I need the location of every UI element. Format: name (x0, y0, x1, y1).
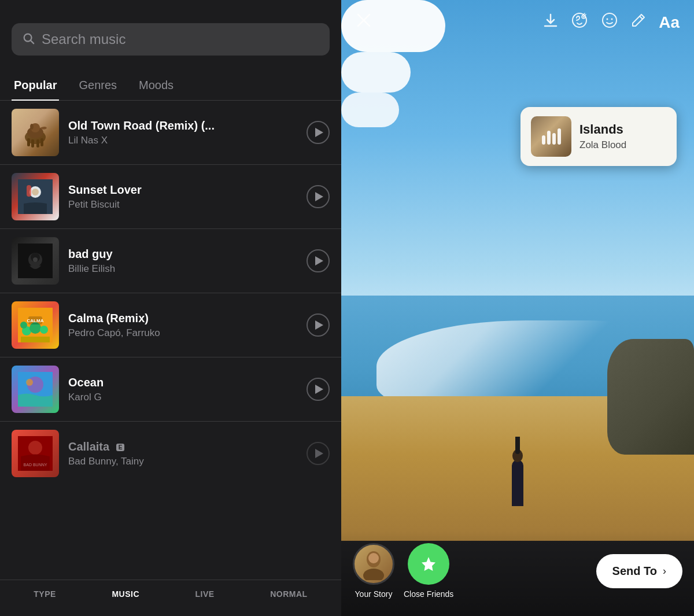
list-item[interactable]: bad guy Billie Eilish (0, 229, 341, 293)
svg-line-39 (585, 14, 586, 16)
album-art-old-town (12, 109, 59, 156)
bar-1 (542, 135, 545, 145)
track-info: Calma (Remix) Pedro Capó, Farruko (68, 312, 297, 339)
sticker-artist: Zola Blood (579, 139, 666, 151)
track-artist: Pedro Capó, Farruko (68, 327, 297, 339)
album-art-calma: CALMA (12, 301, 59, 349)
your-story-label: Your Story (355, 589, 393, 599)
svg-rect-7 (31, 139, 34, 147)
play-icon (315, 320, 323, 330)
close-friends-label: Close Friends (404, 589, 453, 599)
svg-point-17 (33, 257, 38, 262)
track-title: Old Town Road (Remix) (... (68, 119, 297, 132)
track-artist: Billie Eilish (68, 263, 297, 275)
track-info: Old Town Road (Remix) (... Lil Nas X (68, 119, 297, 146)
bottom-toolbar: TYPE MUSIC LIVE NORMAL (0, 580, 341, 616)
play-button[interactable] (307, 442, 330, 465)
svg-point-21 (40, 326, 48, 334)
svg-rect-12 (27, 185, 31, 197)
svg-text:BAD BUNNY: BAD BUNNY (24, 463, 47, 467)
explicit-badge: E (116, 444, 125, 451)
list-item[interactable]: BAD BUNNY Callaita E Bad Bunny, Tainy (0, 422, 341, 485)
svg-point-46 (363, 569, 384, 580)
svg-line-40 (584, 13, 585, 14)
toolbar-type[interactable]: TYPE (34, 589, 56, 599)
svg-point-43 (611, 19, 613, 20)
send-to-arrow-icon: › (663, 565, 666, 577)
track-info: Callaita E Bad Bunny, Tainy (68, 440, 297, 467)
sticker-icon[interactable] (571, 12, 588, 33)
play-icon (315, 449, 323, 458)
your-story-button[interactable]: Your Story (353, 543, 394, 599)
send-to-label: Send To (612, 565, 657, 578)
toolbar-music[interactable]: MUSIC (112, 589, 139, 599)
track-title: Calma (Remix) (68, 312, 297, 325)
send-to-button[interactable]: Send To › (596, 554, 682, 588)
track-artist: Lil Nas X (68, 135, 297, 146)
album-art-callaita: BAD BUNNY (12, 430, 59, 477)
tabs-container: Popular Genres Moods (0, 67, 341, 101)
sticker-song-title: Islands (579, 122, 666, 137)
play-button[interactable] (307, 121, 330, 144)
track-info: bad guy Billie Eilish (68, 248, 297, 275)
svg-point-27 (26, 379, 33, 386)
music-sticker[interactable]: Islands Zola Blood (520, 107, 677, 166)
bar-4 (558, 128, 561, 145)
person-hair (515, 437, 520, 454)
svg-point-41 (603, 13, 617, 27)
close-friends-button[interactable]: Close Friends (404, 543, 453, 599)
download-icon[interactable] (543, 13, 558, 32)
list-item[interactable]: Old Town Road (Remix) (... Lil Nas X (0, 101, 341, 164)
album-art-ocean (12, 366, 59, 413)
svg-point-22 (20, 322, 27, 329)
toolbar-normal[interactable]: NORMAL (270, 589, 307, 599)
list-item[interactable]: Ocean Karol G (0, 357, 341, 421)
svg-rect-9 (40, 138, 43, 146)
tab-genres[interactable]: Genres (76, 73, 119, 100)
svg-point-5 (30, 124, 34, 130)
music-bars-icon (542, 128, 561, 145)
list-item[interactable]: CALMA Calma (Remix) Pedro Capó, Farruko (0, 293, 341, 357)
music-panel: Popular Genres Moods (0, 0, 341, 616)
toolbar-live[interactable]: LIVE (195, 589, 215, 599)
track-artist: Karol G (68, 392, 297, 403)
search-icon (22, 32, 35, 47)
close-icon[interactable] (356, 12, 372, 32)
face-sticker-icon[interactable] (601, 12, 618, 33)
pencil-icon[interactable] (631, 13, 646, 32)
tab-popular[interactable]: Popular (12, 73, 59, 100)
music-list: Old Town Road (Remix) (... Lil Nas X S (0, 101, 341, 580)
album-art-sunset (12, 173, 59, 220)
story-bottom-bar: Your Story Close Friends Send To › (341, 532, 694, 616)
person-silhouette (509, 437, 526, 506)
story-top-icons: Aa (543, 12, 680, 33)
tab-moods[interactable]: Moods (136, 73, 176, 100)
track-info: Sunset Lover Petit Biscuit (68, 183, 297, 211)
play-button[interactable] (307, 313, 330, 337)
svg-line-44 (640, 16, 643, 19)
svg-point-42 (607, 19, 608, 20)
play-icon (315, 192, 323, 201)
play-button[interactable] (307, 185, 330, 208)
rock-formation (607, 339, 694, 455)
play-button[interactable] (307, 378, 330, 401)
track-title: Ocean (68, 376, 297, 389)
svg-text:CALMA: CALMA (27, 318, 44, 323)
search-bar[interactable] (12, 23, 330, 56)
track-title: bad guy (68, 248, 297, 261)
cloud-3 (341, 93, 399, 127)
svg-point-47 (368, 553, 379, 563)
play-icon (315, 256, 323, 265)
svg-rect-8 (36, 139, 39, 147)
user-avatar (353, 543, 394, 585)
track-artist: Bad Bunny, Tainy (68, 456, 297, 467)
track-artist: Petit Biscuit (68, 199, 297, 211)
track-info: Ocean Karol G (68, 376, 297, 403)
search-input[interactable] (42, 31, 319, 47)
sticker-album-art (531, 116, 571, 157)
text-tool-icon[interactable]: Aa (659, 13, 680, 32)
bar-2 (547, 131, 551, 145)
list-item[interactable]: Sunset Lover Petit Biscuit (0, 165, 341, 228)
album-art-bad-guy (12, 237, 59, 285)
play-button[interactable] (307, 249, 330, 272)
